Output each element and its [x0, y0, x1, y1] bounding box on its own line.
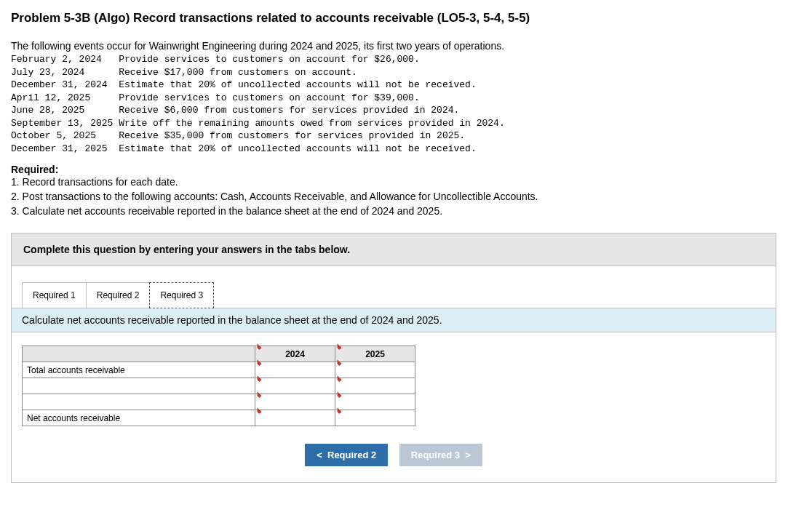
input-total-ar-2025[interactable] [335, 362, 415, 378]
prev-button[interactable]: < Required 2 [305, 444, 388, 466]
required-heading: Required: [11, 164, 801, 175]
tab-required-2[interactable]: Required 2 [86, 282, 151, 308]
header-2025: 2025 [335, 346, 415, 362]
tab-required-1[interactable]: Required 1 [22, 282, 87, 308]
header-2024: 2024 [255, 346, 335, 362]
tab-required-3[interactable]: Required 3 [149, 282, 214, 308]
events-list: February 2, 2024 Provide services to cus… [11, 53, 801, 155]
chevron-left-icon: < [317, 450, 322, 460]
prev-button-label: Required 2 [327, 450, 376, 460]
panel-instruction: Complete this question by entering your … [12, 233, 776, 266]
answer-panel: Complete this question by entering your … [11, 233, 776, 483]
input-blank1-2024[interactable] [255, 378, 335, 394]
input-net-ar-2024[interactable] [255, 410, 335, 426]
next-button[interactable]: Required 3 > [399, 444, 482, 466]
next-button-label: Required 3 [411, 450, 460, 460]
row-label-blank1[interactable] [23, 378, 255, 394]
input-blank2-2025[interactable] [335, 394, 415, 410]
intro-text: The following events occur for Wainwrigh… [11, 40, 801, 52]
row-label-total-ar: Total accounts receivable [23, 362, 255, 378]
row-label-net-ar: Net accounts receivable [23, 410, 255, 426]
page-title: Problem 5-3B (Algo) Record transactions … [11, 11, 801, 25]
input-net-ar-2025[interactable] [335, 410, 415, 426]
row-label-blank2[interactable] [23, 394, 255, 410]
required-item: 2. Post transactions to the following ac… [11, 190, 801, 204]
required-item: 1. Record transactions for each date. [11, 175, 801, 190]
answer-table: 2024 2025 Total accounts receivable Net … [22, 346, 415, 426]
input-blank1-2025[interactable] [335, 378, 415, 394]
input-total-ar-2024[interactable] [255, 362, 335, 378]
chevron-right-icon: > [465, 450, 471, 460]
tab-strip: Required 1 Required 2 Required 3 [22, 282, 776, 308]
tab-instruction: Calculate net accounts receivable report… [12, 308, 776, 332]
required-item: 3. Calculate net accounts receivable rep… [11, 204, 801, 219]
header-blank [23, 346, 255, 362]
nav-buttons: < Required 2 Required 3 > [12, 431, 776, 482]
required-items: 1. Record transactions for each date. 2.… [11, 175, 801, 218]
input-blank2-2024[interactable] [255, 394, 335, 410]
